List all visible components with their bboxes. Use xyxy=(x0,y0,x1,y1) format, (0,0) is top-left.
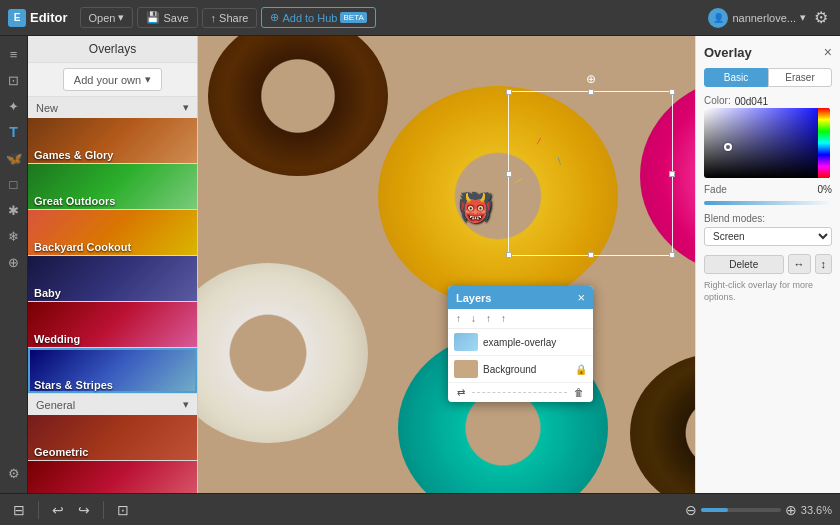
overlay-item-baby[interactable]: Baby xyxy=(28,256,197,302)
tool-layers[interactable]: ≡ xyxy=(2,42,26,66)
undo-button[interactable]: ↩ xyxy=(47,500,69,520)
overlay-label-hearts: Hearts xyxy=(34,492,68,493)
tool-effects[interactable]: ✱ xyxy=(2,198,26,222)
layer-swap-button[interactable]: ⇄ xyxy=(454,386,468,399)
section-new-label: New xyxy=(36,102,58,114)
hub-icon: ⊕ xyxy=(270,11,279,24)
zoom-value: 33.6% xyxy=(801,504,832,516)
hue-slider[interactable] xyxy=(818,108,830,178)
tool-stickers[interactable]: ⊕ xyxy=(2,250,26,274)
blend-select[interactable]: Screen Normal Multiply Overlay Lighten D… xyxy=(704,227,832,246)
layer-actions: ⇄ 🗑 xyxy=(448,383,593,402)
tool-text[interactable]: T xyxy=(2,120,26,144)
zoom-out-button[interactable]: ⊖ xyxy=(685,502,697,518)
chevron-down-icon: ▾ xyxy=(118,11,124,24)
tool-rail: ≡ ⊡ ✦ T 🦋 □ ✱ ❄ ⊕ ⚙ xyxy=(0,36,28,493)
color-picker-dot[interactable] xyxy=(724,143,732,151)
zoom-slider-fill xyxy=(701,508,728,512)
share-button[interactable]: ↑ Share xyxy=(202,8,258,28)
add-own-row: Add your own ▾ xyxy=(28,63,197,97)
share-label: Share xyxy=(219,12,248,24)
overlay-item-wedding[interactable]: Wedding xyxy=(28,302,197,348)
layers-title: Layers xyxy=(456,292,491,304)
app-logo: E Editor xyxy=(8,9,68,27)
layer-tab-2[interactable]: ↓ xyxy=(467,312,480,325)
section-general-header: General ▾ xyxy=(28,394,197,415)
tool-settings[interactable]: ⚙ xyxy=(2,461,26,485)
flip-v-button[interactable]: ↕ xyxy=(815,254,833,274)
redo-button[interactable]: ↪ xyxy=(73,500,95,520)
overlay-item-games[interactable]: Games & Glory xyxy=(28,118,197,164)
layers-panel: Layers × ↑ ↓ ↑ ↑ example-overlay Backgro… xyxy=(448,286,593,402)
layer-tab-4[interactable]: ↑ xyxy=(497,312,510,325)
overlay-btn-row: Delete ↔ ↕ xyxy=(704,254,832,274)
section-new-arrow: ▾ xyxy=(183,101,189,114)
app-logo-icon: E xyxy=(8,9,26,27)
overlay-item-geometric[interactable]: Geometric xyxy=(28,415,197,461)
delete-button[interactable]: Delete xyxy=(704,255,784,274)
user-chevron-icon: ▾ xyxy=(800,11,806,24)
add-own-label: Add your own xyxy=(74,74,141,86)
tool-frames[interactable]: □ xyxy=(2,172,26,196)
overlay-label-games: Games & Glory xyxy=(34,149,113,161)
layer-delete-button[interactable]: 🗑 xyxy=(571,386,587,399)
share-icon: ↑ xyxy=(211,12,217,24)
overlay-hint: Right-click overlay for more options. xyxy=(704,280,832,303)
overlay-item-stars[interactable]: Stars & Stripes xyxy=(28,348,197,394)
zoom-slider[interactable] xyxy=(701,508,781,512)
layer-name-overlay: example-overlay xyxy=(483,337,587,348)
overlay-panel-title: Overlay xyxy=(704,45,752,60)
fade-bar[interactable] xyxy=(704,201,832,205)
overlay-list: Games & Glory Great Outdoors Backyard Co… xyxy=(28,118,197,493)
overlay-label-outdoors: Great Outdoors xyxy=(34,195,115,207)
layer-row-overlay[interactable]: example-overlay xyxy=(448,329,593,356)
tool-season[interactable]: ❄ xyxy=(2,224,26,248)
zoom-control: ⊖ ⊕ 33.6% xyxy=(685,502,832,518)
hub-label: Add to Hub xyxy=(282,12,337,24)
separator-1 xyxy=(38,501,39,519)
layer-tab-1[interactable]: ↑ xyxy=(452,312,465,325)
overlay-panel-close[interactable]: × xyxy=(824,44,832,60)
add-own-button[interactable]: Add your own ▾ xyxy=(63,68,162,91)
section-new-header: New ▾ xyxy=(28,97,197,118)
hub-badge: BETA xyxy=(340,12,366,23)
bottom-bar: ⊟ ↩ ↪ ⊡ ⊖ ⊕ 33.6% xyxy=(0,493,840,525)
layers-tabs: ↑ ↓ ↑ ↑ xyxy=(448,309,593,329)
overlay-tab-basic[interactable]: Basic xyxy=(704,68,768,87)
save-icon: 💾 xyxy=(146,11,160,24)
tool-retouch[interactable]: ✦ xyxy=(2,94,26,118)
save-button[interactable]: 💾 Save xyxy=(137,7,197,28)
fade-row: Fade 0% xyxy=(704,184,832,195)
overlay-item-cookout[interactable]: Backyard Cookout xyxy=(28,210,197,256)
save-label: Save xyxy=(163,12,188,24)
layers-toggle-button[interactable]: ⊟ xyxy=(8,500,30,520)
open-button[interactable]: Open ▾ xyxy=(80,7,134,28)
overlay-tab-eraser[interactable]: Eraser xyxy=(768,68,832,87)
overlay-item-outdoors[interactable]: Great Outdoors xyxy=(28,164,197,210)
overlay-panel-tabs: Basic Eraser xyxy=(704,68,832,87)
settings-button[interactable]: ⚙ xyxy=(810,4,832,31)
tool-crop[interactable]: ⊡ xyxy=(2,68,26,92)
section-general-arrow: ▾ xyxy=(183,398,189,411)
canvas-button[interactable]: ⊡ xyxy=(112,500,134,520)
tool-overlays[interactable]: 🦋 xyxy=(2,146,26,170)
overlays-panel: Overlays Add your own ▾ New ▾ Games & Gl… xyxy=(28,36,198,493)
flip-h-button[interactable]: ↔ xyxy=(788,254,811,274)
color-picker[interactable] xyxy=(704,108,830,178)
overlay-item-hearts[interactable]: Hearts xyxy=(28,461,197,493)
overlay-label-geometric: Geometric xyxy=(34,446,88,458)
overlay-panel-header: Overlay × xyxy=(704,44,832,60)
color-field: Color: 00d041 xyxy=(704,95,832,178)
zoom-in-button[interactable]: ⊕ xyxy=(785,502,797,518)
layer-row-bg[interactable]: Background 🔒 xyxy=(448,356,593,383)
hub-button[interactable]: ⊕ Add to Hub BETA xyxy=(261,7,375,28)
user-avatar: 👤 xyxy=(708,8,728,28)
layers-close-button[interactable]: × xyxy=(577,291,585,304)
panel-title: Overlays xyxy=(28,36,197,63)
user-menu[interactable]: 👤 nannerlove... ▾ xyxy=(708,8,806,28)
layer-name-bg: Background xyxy=(483,364,570,375)
overlay-label-wedding: Wedding xyxy=(34,333,80,345)
canvas-area[interactable]: | | | 👹 ⊕ xyxy=(198,36,840,493)
overlay-label-cookout: Backyard Cookout xyxy=(34,241,131,253)
layer-tab-3[interactable]: ↑ xyxy=(482,312,495,325)
